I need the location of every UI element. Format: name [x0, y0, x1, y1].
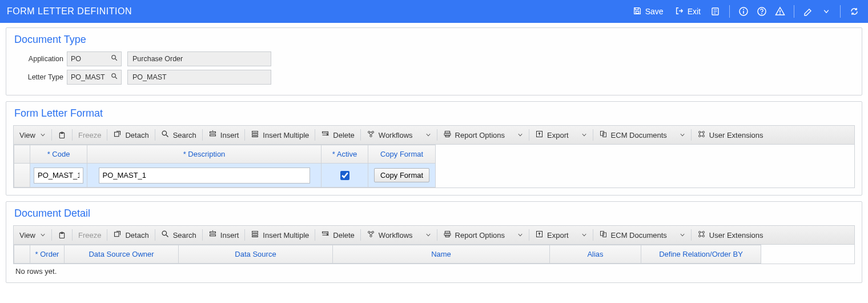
- detach-button[interactable]: Detach: [107, 226, 154, 244]
- delete-icon: [321, 230, 329, 240]
- workflows-label: Workflows: [379, 131, 413, 139]
- detach-icon: [113, 130, 122, 140]
- export-icon: [535, 230, 544, 240]
- chevron-down-icon[interactable]: [819, 5, 833, 18]
- report-options-label: Report Options: [455, 131, 505, 139]
- workflows-dropdown[interactable]: [419, 226, 437, 244]
- refresh-icon[interactable]: [847, 5, 861, 18]
- code-header[interactable]: Code: [30, 145, 87, 164]
- insert-multiple-button[interactable]: Insert Multiple: [245, 126, 315, 144]
- clipboard-button[interactable]: [52, 226, 72, 244]
- exit-button[interactable]: Exit: [672, 4, 704, 19]
- workflows-button[interactable]: Workflows: [361, 226, 419, 244]
- code-input[interactable]: [34, 168, 83, 184]
- delete-button[interactable]: Delete: [315, 226, 360, 244]
- ecm-documents-dropdown[interactable]: [673, 126, 691, 144]
- insert-multiple-button[interactable]: Insert Multiple: [245, 226, 315, 244]
- order-header[interactable]: Order: [30, 245, 65, 264]
- export-dropdown[interactable]: [574, 226, 593, 244]
- user-extensions-button[interactable]: User Extensions: [692, 126, 769, 144]
- help-icon[interactable]: [755, 5, 769, 18]
- workflows-dropdown[interactable]: [419, 126, 437, 144]
- ecm-documents-label: ECM Documents: [611, 131, 667, 139]
- title-bar: FORM LETTER DEFINITION Save Exit: [0, 0, 868, 23]
- freeze-button[interactable]: Freeze: [73, 126, 107, 144]
- export-label: Export: [547, 231, 569, 240]
- detail-toolbar: View Freeze Detach Search Insert: [13, 225, 855, 245]
- search-label: Search: [173, 131, 196, 139]
- info-icon[interactable]: [737, 5, 750, 18]
- detach-icon: [113, 230, 122, 240]
- view-menu[interactable]: View: [14, 226, 51, 244]
- detach-button[interactable]: Detach: [107, 126, 154, 144]
- workflows-button[interactable]: Workflows: [361, 126, 419, 144]
- insert-label: Insert: [220, 131, 239, 139]
- define-relation-header[interactable]: Define Relation/Order BY: [641, 245, 761, 264]
- insert-button[interactable]: Insert: [203, 126, 245, 144]
- alert-icon[interactable]: [773, 5, 787, 18]
- freeze-button[interactable]: Freeze: [73, 226, 107, 244]
- chevron-down-icon: [517, 231, 523, 240]
- export-button[interactable]: Export: [529, 226, 574, 244]
- search-icon: [161, 230, 170, 240]
- delete-label: Delete: [333, 131, 355, 139]
- insert-button[interactable]: Insert: [203, 226, 245, 244]
- delete-button[interactable]: Delete: [315, 126, 360, 144]
- search-icon[interactable]: [111, 54, 118, 63]
- form-letter-format-title: Form Letter Format: [14, 107, 855, 119]
- report-options-dropdown[interactable]: [511, 226, 529, 244]
- insert-icon: [208, 230, 217, 240]
- insert-multiple-label: Insert Multiple: [263, 131, 309, 139]
- letter-type-description: PO_MAST: [127, 70, 271, 85]
- delete-label: Delete: [333, 231, 355, 240]
- ecm-documents-label: ECM Documents: [611, 231, 667, 240]
- search-label: Search: [173, 231, 196, 240]
- search-button[interactable]: Search: [155, 126, 202, 144]
- row-selector[interactable]: [14, 164, 30, 188]
- print-icon: [443, 130, 452, 140]
- freeze-label: Freeze: [78, 231, 101, 240]
- data-source-owner-header[interactable]: Data Source Owner: [65, 245, 179, 264]
- active-header[interactable]: Active: [322, 145, 368, 164]
- export-label: Export: [547, 131, 569, 139]
- form-letter-format-section: Form Letter Format View Freeze Detach Se…: [6, 101, 862, 196]
- search-icon[interactable]: [111, 73, 118, 82]
- format-table: Code Description Active Copy Format Copy…: [14, 145, 436, 188]
- workflows-icon: [367, 230, 375, 240]
- clipboard-button[interactable]: [52, 126, 72, 144]
- ecm-documents-button[interactable]: ECM Documents: [593, 226, 673, 244]
- data-source-header[interactable]: Data Source: [179, 245, 333, 264]
- user-extensions-icon: [697, 230, 706, 240]
- ecm-icon: [599, 230, 608, 240]
- workflows-icon: [367, 130, 375, 140]
- view-menu[interactable]: View: [14, 126, 51, 144]
- notes-icon[interactable]: [709, 5, 722, 18]
- chevron-down-icon: [680, 131, 685, 139]
- exit-icon: [675, 6, 684, 17]
- detail-table: Order Data Source Owner Data Source Name…: [14, 245, 761, 264]
- ecm-documents-button[interactable]: ECM Documents: [593, 126, 673, 144]
- save-button[interactable]: Save: [629, 4, 667, 19]
- insert-multiple-label: Insert Multiple: [263, 231, 309, 240]
- edit-icon[interactable]: [801, 5, 815, 18]
- copy-format-header[interactable]: Copy Format: [368, 145, 436, 164]
- copy-format-button[interactable]: Copy Format: [374, 168, 429, 182]
- ecm-icon: [599, 130, 608, 140]
- report-options-dropdown[interactable]: [511, 126, 529, 144]
- report-options-button[interactable]: Report Options: [437, 226, 511, 244]
- ecm-documents-dropdown[interactable]: [673, 226, 691, 244]
- table-row[interactable]: Copy Format: [14, 164, 436, 188]
- detach-label: Detach: [125, 131, 148, 139]
- search-button[interactable]: Search: [155, 226, 202, 244]
- user-extensions-button[interactable]: User Extensions: [692, 226, 769, 244]
- description-header[interactable]: Description: [87, 145, 322, 164]
- name-header[interactable]: Name: [333, 245, 550, 264]
- view-label: View: [19, 231, 35, 240]
- export-button[interactable]: Export: [529, 126, 574, 144]
- document-detail-title: Document Detail: [14, 208, 855, 220]
- export-dropdown[interactable]: [574, 126, 593, 144]
- description-input[interactable]: [99, 168, 310, 184]
- alias-header[interactable]: Alias: [550, 245, 641, 264]
- report-options-button[interactable]: Report Options: [437, 126, 511, 144]
- active-checkbox[interactable]: [340, 171, 349, 180]
